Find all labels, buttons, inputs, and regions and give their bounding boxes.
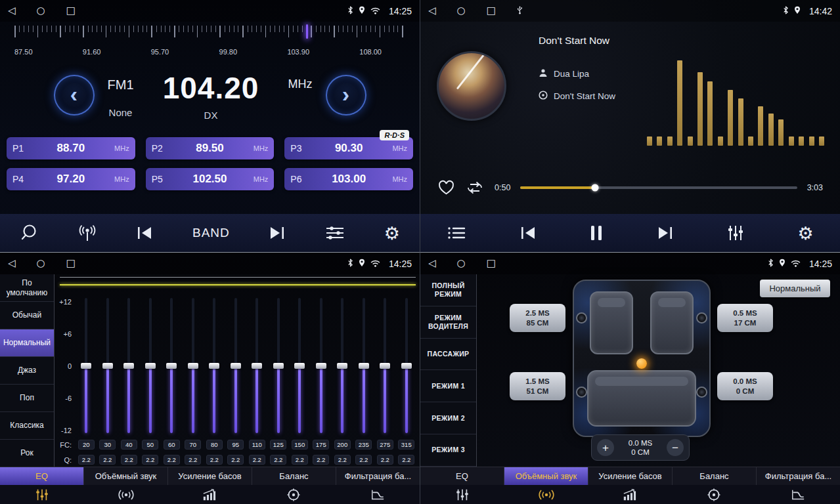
eq-band-slider[interactable] (183, 298, 204, 433)
preset-button-p4[interactable]: P497.20MHz (7, 168, 135, 190)
eq-preset-item[interactable]: Обычай (0, 302, 54, 329)
eq-slider-handle[interactable] (316, 363, 326, 369)
recents-icon[interactable]: □ (487, 259, 496, 268)
eq-slider-handle[interactable] (145, 363, 156, 369)
home-icon[interactable]: ○ (457, 259, 466, 268)
delay-front-left-button[interactable]: 2.5 MS 85 CM (510, 304, 565, 332)
eq-slider-handle[interactable] (380, 363, 390, 369)
eq-band-slider[interactable] (289, 298, 311, 433)
recents-icon[interactable]: □ (487, 6, 496, 16)
prev-track-icon[interactable] (519, 225, 537, 241)
surround-mode-item[interactable]: ПОЛНЫЙ РЕЖИМ (420, 274, 476, 306)
eq-band-slider[interactable] (118, 298, 140, 433)
seek-bar-thumb[interactable] (592, 184, 599, 192)
listening-position-marker[interactable] (636, 358, 647, 369)
recents-icon[interactable]: □ (66, 6, 76, 16)
tab-eq[interactable]: EQ (420, 467, 504, 485)
broadcast-button[interactable] (77, 224, 97, 242)
preset-button-p3[interactable]: P390.30MHz (284, 137, 413, 159)
tab-filtering[interactable]: Фильтрация ба... (336, 467, 420, 485)
eq-band-slider[interactable] (332, 298, 353, 433)
scan-button[interactable] (20, 224, 38, 242)
eq-band-slider[interactable] (311, 298, 332, 433)
eq-band-slider[interactable] (374, 298, 396, 433)
eq-slider-handle[interactable] (337, 363, 347, 369)
frequency-ruler[interactable]: 87.5091.6095.7099.80103.90108.00 (0, 23, 420, 57)
audio-settings-icon[interactable] (325, 225, 345, 241)
eq-band-slider[interactable] (204, 298, 225, 433)
balance-icon[interactable] (252, 488, 336, 501)
eq-band-slider[interactable] (161, 298, 183, 433)
surround-mode-item[interactable]: РЕЖИМ 3 (420, 434, 476, 467)
back-icon[interactable]: ◁ (8, 259, 16, 268)
home-icon[interactable]: ○ (37, 6, 45, 16)
tab-bass-boost[interactable]: Усиление басов (168, 467, 252, 485)
filter-icon[interactable] (756, 488, 840, 501)
prev-station-icon[interactable] (136, 225, 153, 241)
eq-band-slider[interactable] (76, 298, 97, 433)
eq-band-slider[interactable] (396, 298, 418, 433)
eq-band-slider[interactable] (268, 298, 290, 433)
eq-band-slider[interactable] (97, 298, 119, 433)
eq-slider-handle[interactable] (102, 363, 113, 369)
tab-eq[interactable]: EQ (0, 467, 84, 485)
eq-slider-handle[interactable] (294, 363, 305, 369)
back-icon[interactable]: ◁ (8, 6, 16, 16)
filter-icon[interactable] (336, 488, 420, 501)
tab-bass-boost[interactable]: Усиление басов (588, 467, 673, 485)
tune-up-button[interactable]: › (326, 75, 366, 116)
surround-mode-item[interactable]: РЕЖИМ 2 (420, 402, 476, 434)
next-track-icon[interactable] (657, 225, 674, 241)
eq-preset-item[interactable]: Поп (0, 385, 54, 412)
tab-balance[interactable]: Баланс (252, 467, 336, 485)
tab-balance[interactable]: Баланс (673, 467, 757, 485)
eq-slider-handle[interactable] (123, 363, 134, 369)
eq-slider-handle[interactable] (166, 363, 177, 369)
eq-preset-item[interactable]: Джаз (0, 357, 54, 385)
recents-icon[interactable]: □ (66, 259, 76, 268)
eq-preset-item[interactable]: По умолчанию (0, 274, 54, 302)
tune-down-button[interactable]: ‹ (54, 75, 95, 116)
balance-icon[interactable] (672, 488, 756, 501)
eq-slider-handle[interactable] (252, 363, 262, 369)
home-icon[interactable]: ○ (37, 259, 45, 268)
delay-rear-left-button[interactable]: 1.5 MS 51 CM (510, 372, 565, 400)
surround-mode-item[interactable]: ПАССАЖИР (420, 339, 476, 371)
tab-surround-sound[interactable]: Объёмный звук (504, 467, 588, 485)
delay-rear-right-button[interactable]: 0.0 MS 0 CM (717, 372, 773, 400)
eq-band-slider[interactable] (246, 298, 268, 433)
surround-mode-item[interactable]: РЕЖИМ 1 (420, 370, 476, 402)
eq-band-slider[interactable] (140, 298, 162, 433)
playlist-icon[interactable] (447, 225, 466, 241)
pause-icon[interactable] (589, 224, 604, 242)
eq-band-slider[interactable] (353, 298, 375, 433)
profile-normal-button[interactable]: Нормальный (760, 280, 830, 297)
eq-slider-handle[interactable] (401, 363, 412, 369)
bass-boost-icon[interactable] (588, 488, 673, 501)
surround-mode-item[interactable]: РЕЖИМ ВОДИТЕЛЯ (420, 306, 476, 339)
bass-boost-icon[interactable] (168, 488, 252, 501)
preset-button-p6[interactable]: P6103.00MHz (284, 168, 413, 190)
settings-gear-icon[interactable]: ⚙ (384, 224, 400, 242)
eq-slider-handle[interactable] (273, 363, 284, 369)
tab-surround-sound[interactable]: Объёмный звук (84, 467, 168, 485)
eq-band-slider[interactable] (225, 298, 247, 433)
eq-preset-item[interactable]: Рок (0, 440, 54, 467)
delay-decrease-button[interactable]: − (667, 439, 684, 456)
repeat-icon[interactable] (465, 180, 485, 195)
surround-sound-icon[interactable] (504, 488, 588, 501)
preset-button-p2[interactable]: P289.50MHz (146, 137, 275, 159)
delay-increase-button[interactable]: + (597, 439, 614, 456)
eq-sliders-icon[interactable] (420, 488, 504, 501)
mixer-icon[interactable] (726, 224, 745, 242)
next-station-icon[interactable] (269, 225, 286, 241)
preset-button-p5[interactable]: P5102.50MHz (146, 168, 275, 190)
eq-slider-handle[interactable] (359, 363, 369, 369)
back-icon[interactable]: ◁ (428, 259, 436, 268)
band-button[interactable]: BAND (192, 226, 230, 240)
eq-preset-item[interactable]: Классика (0, 412, 54, 440)
back-icon[interactable]: ◁ (428, 6, 436, 16)
seek-bar[interactable] (520, 186, 797, 189)
delay-front-right-button[interactable]: 0.5 MS 17 CM (717, 304, 773, 332)
settings-gear-icon[interactable]: ⚙ (797, 224, 813, 242)
